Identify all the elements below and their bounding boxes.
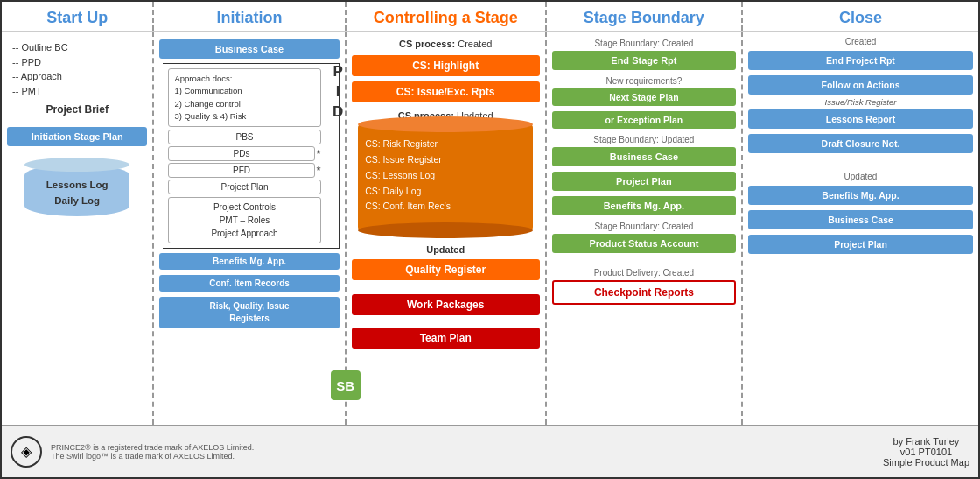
startup-item-pmt: -- PMT xyxy=(12,86,42,96)
product-delivery-created-label: Product Delivery: Created xyxy=(552,268,736,278)
work-packages-box: Work Packages xyxy=(352,294,540,315)
cs-cylinder: CS: Risk Register CS: Issue Register CS:… xyxy=(358,124,533,230)
startup-item-approach: -- Approach xyxy=(12,71,62,81)
team-plan-box: Team Plan xyxy=(352,328,540,349)
header-controlling: Controlling a Stage xyxy=(346,2,547,31)
content-area: -- Outline BC -- PPD -- Approach -- PMT … xyxy=(2,32,978,425)
project-plan-sb-box: Project Plan xyxy=(552,172,736,191)
startup-items: -- Outline BC -- PPD -- Approach -- PMT xyxy=(7,40,147,98)
business-case-box: Business Case xyxy=(159,39,339,59)
col-stage-boundary: Stage Boundary: Created End Stage Rpt Ne… xyxy=(547,32,743,425)
col-startup: -- Outline BC -- PPD -- Approach -- PMT … xyxy=(2,32,154,425)
pid-label: PID xyxy=(329,63,346,249)
footer-text1: PRINCE2® is a registered trade mark of A… xyxy=(51,443,254,452)
footer-right: by Frank Turley v01 PT0101 Simple Produc… xyxy=(883,436,970,468)
header-close: Close xyxy=(743,2,978,31)
cs-highlight-box: CS: Highlight xyxy=(352,55,540,76)
startup-item-outline: -- Outline BC xyxy=(12,42,68,53)
project-controls-box: Project Controls PMT – Roles Project App… xyxy=(168,197,320,243)
cs-conf-item-recs: CS: Conf. Item Rec's xyxy=(365,199,526,215)
header-startup: Start Up xyxy=(2,2,154,31)
footer: ◈ PRINCE2® is a registered trade mark of… xyxy=(2,425,978,477)
initiation-stage-plan-box: Initiation Stage Plan xyxy=(7,127,147,146)
draft-closure-not-box: Draft Closure Not. xyxy=(748,134,973,153)
header-stage-boundary: Stage Boundary xyxy=(547,2,743,31)
benefits-mg-app-init-box: Benefits Mg. App. xyxy=(159,253,339,270)
lessons-report-box: Lessons Report xyxy=(748,109,973,129)
col-initiation: Business Case Approach docs:1) Communica… xyxy=(154,32,346,425)
footer-version: v01 PT0101 xyxy=(883,447,970,457)
business-case-sb-box: Business Case xyxy=(552,147,736,166)
business-case-close-box: Business Case xyxy=(748,210,973,229)
logo-symbol: ◈ xyxy=(21,443,32,460)
project-brief-label: Project Brief xyxy=(7,103,147,116)
product-status-account-box: Product Status Account xyxy=(552,234,736,253)
sb-created-label1: Stage Boundary: Created xyxy=(552,39,736,48)
lessons-daily-log-cylinder: Lessons Log Daily Log xyxy=(24,165,130,216)
pfd-box: PFD xyxy=(168,163,314,178)
updated-label: Updated xyxy=(352,244,540,255)
startup-item-ppd: -- PPD xyxy=(12,57,41,67)
conf-item-records-box: Conf. Item Records xyxy=(159,275,339,292)
benefits-mg-app-sb-box: Benefits Mg. App. xyxy=(552,196,736,215)
pid-group: Approach docs:1) Communication2) Change … xyxy=(163,63,339,249)
pbs-group: PBS PDs * PFD * Project Plan xyxy=(168,129,320,195)
exception-plan-box: or Exception Plan xyxy=(552,111,736,129)
pds-box: PDs xyxy=(168,146,314,161)
issue-risk-register-label: Issue/Risk Register xyxy=(748,97,973,107)
footer-map-type: Simple Product Map xyxy=(883,457,970,468)
project-plan-close-box: Project Plan xyxy=(748,235,973,254)
risk-quality-issue-box: Risk, Quality, IssueRegisters xyxy=(159,297,339,328)
quality-register-box: Quality Register xyxy=(352,259,540,280)
col-close: Created End Project Rpt Follow on Action… xyxy=(743,32,978,425)
footer-text2: The Swirl logo™ is a trade mark of AXELO… xyxy=(51,452,254,461)
col-headers: Start Up Initiation Controlling a Stage … xyxy=(2,2,978,32)
main-container: Start Up Initiation Controlling a Stage … xyxy=(0,0,980,479)
project-plan-init-box: Project Plan xyxy=(168,180,320,194)
cs-daily-log: CS: Daily Log xyxy=(365,184,526,200)
close-created-label: Created xyxy=(748,37,973,46)
cs-lessons-log: CS: Lessons Log xyxy=(365,168,526,184)
footer-text: PRINCE2® is a registered trade mark of A… xyxy=(51,443,254,461)
sb-badge: SB xyxy=(331,370,360,400)
sb-updated-label: Stage Boundary: Updated xyxy=(552,135,736,144)
footer-author: by Frank Turley xyxy=(883,436,970,447)
header-initiation: Initiation xyxy=(154,2,346,31)
sb-created2-label: Stage Boundary: Created xyxy=(552,222,736,231)
next-stage-plan-box: Next Stage Plan xyxy=(552,88,736,106)
checkpoint-reports-box: Checkpoint Reports xyxy=(552,280,736,305)
lessons-log-label: Lessons Log xyxy=(46,180,108,190)
daily-log-label: Daily Log xyxy=(54,195,100,206)
pbs-box: PBS xyxy=(168,130,320,144)
footer-logo: ◈ xyxy=(10,436,42,468)
approach-docs-box: Approach docs:1) Communication2) Change … xyxy=(168,68,320,127)
follow-on-actions-box: Follow on Actions xyxy=(748,75,973,95)
close-updated-label: Updated xyxy=(748,172,973,181)
end-stage-rpt-box: End Stage Rpt xyxy=(552,51,736,70)
cs-issue-exc-box: CS: Issue/Exc. Rpts xyxy=(352,81,540,102)
cs-risk-register: CS: Risk Register xyxy=(365,137,526,152)
star1: * xyxy=(317,147,321,160)
benefits-mg-app-close-box: Benefits Mg. App. xyxy=(748,186,973,205)
star2: * xyxy=(317,164,321,177)
cs-process-created-label: CS process: Created xyxy=(352,39,540,49)
col-controlling: CS process: Created CS: Highlight CS: Is… xyxy=(346,32,547,425)
new-requirements-label: New requirements? xyxy=(552,76,736,86)
cs-issue-register: CS: Issue Register xyxy=(365,152,526,168)
end-project-rpt-box: End Project Rpt xyxy=(748,51,973,70)
